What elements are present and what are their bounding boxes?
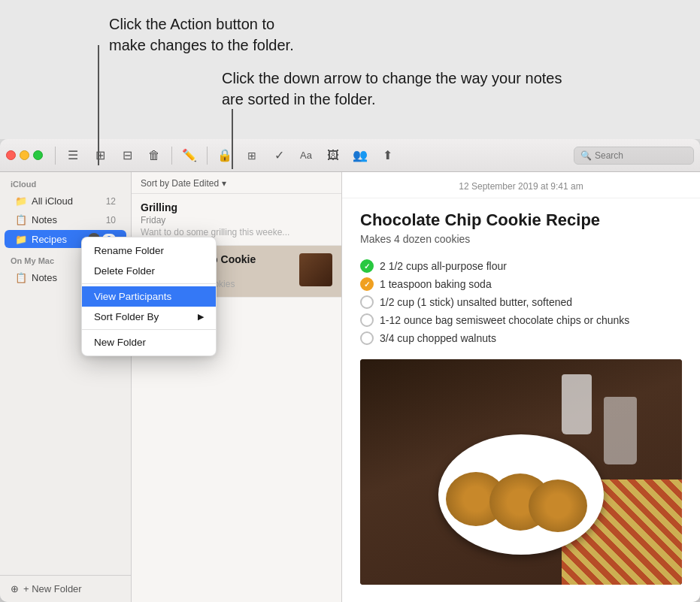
notes-local-label: Notes: [32, 272, 57, 283]
format-button[interactable]: Aa: [295, 145, 317, 166]
annotation-text1: Click the Action button to make changes …: [109, 14, 294, 56]
format-icon: Aa: [300, 150, 312, 161]
minimize-button[interactable]: [20, 150, 29, 160]
lock-icon: 🔒: [217, 148, 232, 162]
media-button[interactable]: 🖼: [322, 145, 344, 166]
checklist-button[interactable]: ✓: [268, 145, 290, 166]
annotation-area: Click the Action button to make changes …: [0, 0, 700, 139]
note-thumbnail-cookie: [299, 253, 332, 286]
table-icon: ⊞: [247, 150, 256, 162]
checklist-text-5: 3/4 cup chopped walnuts: [380, 332, 496, 344]
note-main-subtitle: Makes 4 dozen cookies: [360, 233, 682, 245]
search-input[interactable]: [595, 150, 687, 161]
attachment-view-button[interactable]: ⊟: [116, 145, 138, 166]
annotation-line1: [98, 45, 99, 165]
new-note-button[interactable]: ✏️: [178, 145, 201, 166]
check-icon-2: ✓: [360, 277, 374, 291]
note-title-grilling: Grilling: [141, 201, 332, 213]
sidebar-item-recipes-left: 📁 Recipes: [15, 234, 67, 245]
note-date-header: 12 September 2019 at 9:41 am: [342, 172, 700, 198]
note-image: [360, 359, 682, 585]
check-icon-5: [360, 331, 374, 345]
notes-icloud-label: Notes: [32, 214, 57, 225]
notes-local-icon: 📋: [15, 272, 27, 283]
menu-item-delete-folder[interactable]: Delete Folder: [82, 261, 216, 281]
menu-item-sort-folder[interactable]: Sort Folder By ▶: [82, 307, 216, 327]
note-list-toggle-icon: ⊞: [95, 148, 105, 162]
traffic-lights: [6, 150, 43, 160]
thumbnail-image: [299, 253, 332, 286]
recipes-folder-icon: 📁: [15, 234, 27, 245]
compose-icon: ✏️: [182, 148, 197, 162]
toolbar-divider-1: [55, 147, 56, 165]
note-content: 12 September 2019 at 9:41 am Chocolate C…: [342, 172, 700, 602]
collaborate-icon: 👥: [353, 148, 368, 162]
all-icloud-badge: 12: [106, 196, 116, 207]
close-button[interactable]: [6, 150, 16, 160]
note-preview-grilling: Want to do some grilling this weeke...: [141, 227, 332, 237]
share-button[interactable]: ⬆: [376, 145, 398, 166]
maximize-button[interactable]: [33, 150, 43, 160]
sidebar-toggle-icon: ☰: [68, 148, 78, 162]
menu-divider-2: [82, 329, 216, 330]
sidebar-item-all-icloud-left: 📁 All iCloud: [15, 195, 73, 207]
plus-icon: ⊕: [11, 583, 19, 594]
menu-divider-1: [82, 283, 216, 284]
check-icon-1: ✓: [360, 259, 374, 273]
notes-icloud-badge: 10: [106, 215, 116, 225]
cookie-scene: [360, 359, 682, 585]
trash-icon: 🗑: [148, 149, 160, 162]
search-box[interactable]: 🔍: [574, 147, 694, 165]
glass-2: [604, 397, 637, 464]
share-icon: ⬆: [383, 148, 392, 162]
note-meta-grilling: Friday: [141, 215, 332, 225]
view-participants-label: View Participants: [94, 291, 171, 302]
recipes-label: Recipes: [32, 234, 67, 245]
sidebar-item-notes-icloud[interactable]: 📋 Notes 10: [5, 211, 126, 228]
check-icon-3: [360, 295, 374, 309]
all-icloud-label: All iCloud: [32, 195, 73, 207]
submenu-arrow-icon: ▶: [198, 312, 204, 322]
checklist-item-4: 1-12 ounce bag semisweet chocolate chips…: [360, 311, 682, 329]
note-list-toggle-button[interactable]: ⊞: [89, 145, 111, 166]
table-button[interactable]: ⊞: [241, 145, 263, 166]
cookie-3: [529, 479, 587, 532]
folder-icon: 📁: [15, 195, 27, 207]
checklist-item-2: ✓ 1 teaspoon baking soda: [360, 275, 682, 293]
new-folder-button[interactable]: ⊕ + New Folder: [0, 575, 131, 602]
new-folder-menu-label: New Folder: [94, 337, 146, 348]
checklist-text-1: 2 1/2 cups all-purpose flour: [380, 260, 507, 272]
delete-folder-label: Delete Folder: [94, 265, 155, 277]
menu-item-rename-folder[interactable]: Rename Folder: [82, 240, 216, 261]
menu-item-new-folder[interactable]: New Folder: [82, 332, 216, 352]
icloud-section-label: iCloud: [0, 172, 131, 192]
notes-folder-icon: 📋: [15, 214, 27, 225]
sidebar-toggle-button[interactable]: ☰: [62, 145, 84, 166]
attachment-view-icon: ⊟: [123, 148, 132, 162]
sidebar-item-all-icloud[interactable]: 📁 All iCloud 12: [5, 192, 126, 210]
sidebar-item-notes-local-left: 📋 Notes: [15, 272, 57, 283]
collaborate-button[interactable]: 👥: [349, 145, 371, 166]
media-icon: 🖼: [327, 149, 339, 162]
toolbar-divider-3: [207, 147, 208, 165]
checklist-text-4: 1-12 ounce bag semisweet chocolate chips…: [380, 314, 629, 326]
delete-button[interactable]: 🗑: [143, 145, 165, 166]
search-icon: 🔍: [580, 150, 592, 161]
annotation-line2: [232, 109, 233, 169]
toolbar: ☰ ⊞ ⊟ 🗑 ✏️ 🔒 ⊞ ✓ Aa 🖼 👥: [0, 139, 700, 172]
context-menu: Rename Folder Delete Folder View Partici…: [81, 237, 217, 356]
checklist-text-3: 1/2 cup (1 stick) unsalted butter, softe…: [380, 296, 572, 308]
sort-header[interactable]: Sort by Date Edited ▾: [132, 172, 341, 194]
app-window: ☰ ⊞ ⊟ 🗑 ✏️ 🔒 ⊞ ✓ Aa 🖼 👥: [0, 139, 700, 602]
checklist-item-5: 3/4 cup chopped walnuts: [360, 329, 682, 347]
rename-folder-label: Rename Folder: [94, 245, 164, 256]
checklist-text-2: 1 teaspoon baking soda: [380, 278, 492, 290]
note-date: 12 September 2019 at 9:41 am: [459, 181, 583, 192]
menu-item-view-participants[interactable]: View Participants: [82, 286, 216, 307]
checklist-item-1: ✓ 2 1/2 cups all-purpose flour: [360, 257, 682, 275]
annotation-text2: Click the down arrow to change the way y…: [222, 68, 583, 110]
glass-1: [562, 374, 592, 434]
sort-chevron-icon: ▾: [222, 178, 226, 189]
note-content-body[interactable]: Chocolate Chip Cookie Recipe Makes 4 doz…: [342, 198, 700, 602]
sort-label: Sort by Date Edited: [141, 178, 219, 189]
